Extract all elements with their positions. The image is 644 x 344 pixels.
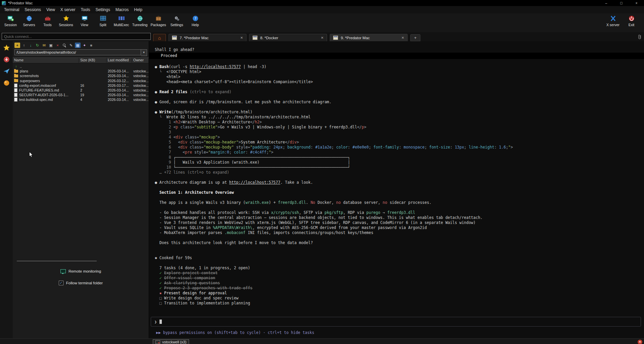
toolbar-label: Tools bbox=[43, 23, 52, 27]
file-name: plans bbox=[20, 69, 28, 73]
session-button[interactable]: Session bbox=[1, 15, 20, 27]
terminal-line: ● Bash(curl -s http://localhost:57577 | … bbox=[149, 64, 644, 69]
home-tab[interactable]: ⌂ bbox=[153, 34, 166, 41]
table-row[interactable]: plans2026-03-14...vstockw... bbox=[13, 69, 149, 73]
multiexec-button[interactable]: MultiExec bbox=[112, 15, 131, 27]
tools-red-icon[interactable] bbox=[3, 56, 10, 63]
column-header-name[interactable]: Name bbox=[13, 58, 79, 63]
terminal-line bbox=[149, 250, 644, 255]
table-row[interactable]: superpowers2026-03-12...vstockw... bbox=[13, 78, 149, 83]
path-bar: ▼ bbox=[14, 49, 147, 56]
follow-folder-checkbox[interactable]: ✓ bbox=[59, 281, 63, 285]
wand-icon[interactable]: ✦ bbox=[82, 43, 87, 48]
download-icon[interactable]: ↓ bbox=[28, 43, 34, 48]
macros-ball-icon[interactable] bbox=[3, 79, 10, 87]
xserver-button[interactable]: X server bbox=[604, 15, 622, 27]
column-header-last-modified[interactable]: Last modified bbox=[106, 58, 132, 63]
session-tab[interactable]: 8. *Docker✕ bbox=[249, 34, 327, 41]
table-row[interactable]: test-buildout-spec.md42026-03-14...vstoc… bbox=[13, 97, 149, 102]
file-table-header: NameSize (KB)Last modifiedOwner bbox=[13, 57, 149, 63]
help-button[interactable]: ?Help bbox=[186, 15, 204, 27]
view-button[interactable]: View bbox=[75, 15, 94, 27]
tunneling-button[interactable]: Tunneling bbox=[131, 15, 149, 27]
terminal-line: - Session Manager is the central abstrac… bbox=[149, 215, 644, 220]
table-row[interactable]: config-export.mobaconf162026-03-17...vst… bbox=[13, 83, 149, 88]
table-row[interactable]: FUTURE-FEATURES.md22026-03-14...vstockw.… bbox=[13, 88, 149, 93]
mail-icon[interactable]: ✉ bbox=[41, 43, 47, 48]
terminal-line bbox=[149, 245, 644, 250]
attach-paperclip-icon[interactable] bbox=[638, 34, 642, 41]
upload-icon[interactable]: ↑ bbox=[21, 43, 27, 48]
menu-help[interactable]: Help bbox=[131, 7, 145, 13]
new-folder-icon[interactable]: + bbox=[14, 43, 20, 48]
terminal-line: Proceed bbox=[149, 53, 644, 59]
help-icon: ? bbox=[192, 15, 199, 22]
copy-icon[interactable]: ▣ bbox=[48, 43, 54, 48]
delete-icon[interactable]: × bbox=[55, 43, 60, 48]
split-icon bbox=[99, 15, 107, 22]
home-icon: ⌂ bbox=[158, 35, 161, 41]
table-row[interactable]: SECURITY-AUDIT-2026-03-1...192026-03-14.… bbox=[13, 93, 149, 97]
quick-connect-input[interactable] bbox=[2, 33, 151, 40]
menu-view[interactable]: View bbox=[44, 7, 58, 13]
file-owner-cell: vstockw... bbox=[132, 98, 149, 102]
minimize-button[interactable]: – bbox=[599, 0, 614, 6]
main-area: +↑↓↻✉▣×✎▦✦■ ▼ NameSize (KB)Last modified… bbox=[0, 41, 644, 338]
terminal-line: ✱ Cooked for 59s bbox=[149, 255, 644, 261]
folder-icon bbox=[14, 79, 18, 82]
close-button[interactable]: × bbox=[629, 0, 644, 6]
menu-macros[interactable]: Macros bbox=[113, 7, 131, 13]
tab-close-icon[interactable]: ✕ bbox=[402, 36, 404, 40]
bottom-close-button[interactable]: ✕ bbox=[638, 340, 642, 344]
refresh-icon[interactable]: ↻ bbox=[35, 43, 40, 48]
packages-button[interactable]: Packages bbox=[149, 15, 168, 27]
remote-monitoring[interactable]: Remote monitoring bbox=[13, 269, 149, 273]
terminal-line: 5 <div class="mockup-header">System Arch… bbox=[149, 140, 644, 145]
table-row[interactable]: ↑.. bbox=[13, 64, 149, 69]
split-button[interactable]: Split bbox=[94, 15, 112, 27]
favorites-star-icon[interactable] bbox=[3, 44, 10, 51]
current-path-input[interactable] bbox=[14, 49, 141, 55]
file-owner-cell: vstockw... bbox=[132, 88, 149, 92]
table-row[interactable]: screenshots2026-03-14...vstockw... bbox=[13, 73, 149, 78]
terminal-line: - Vault uses SQLite in %APPDATA%\Wraith\… bbox=[149, 225, 644, 230]
file-name: SECURITY-AUDIT-2026-03-1... bbox=[19, 93, 68, 97]
menu-tools[interactable]: Tools bbox=[78, 7, 93, 13]
exit-power-button[interactable]: Exit bbox=[622, 15, 641, 27]
tab-close-icon[interactable]: ✕ bbox=[240, 36, 243, 40]
file-name-cell: test-buildout-spec.md bbox=[13, 98, 79, 102]
tools-button[interactable]: Tools bbox=[38, 15, 57, 27]
tab-close-icon[interactable]: ✕ bbox=[321, 36, 324, 40]
servers-button[interactable]: Servers bbox=[20, 15, 38, 27]
menu-terminal[interactable]: Terminal bbox=[1, 7, 22, 13]
multiexec-icon bbox=[118, 15, 125, 22]
terminal-line: - Go backend handles all protocol work: … bbox=[149, 210, 644, 215]
session-tabs: ⌂7. *Predator Mac✕8. *Docker✕9. *Predato… bbox=[153, 34, 420, 41]
send-plane-icon[interactable] bbox=[3, 68, 10, 75]
sessions-star-button[interactable]: Sessions bbox=[57, 15, 75, 27]
session-tab[interactable]: 7. *Predator Mac✕ bbox=[169, 34, 246, 41]
path-dropdown-caret[interactable]: ▼ bbox=[141, 49, 147, 56]
terminal-line bbox=[149, 195, 644, 200]
menu-settings[interactable]: Settings bbox=[93, 7, 113, 13]
maximize-button[interactable]: □ bbox=[614, 0, 629, 6]
follow-terminal-folder[interactable]: ✓ Follow terminal folder bbox=[13, 281, 149, 285]
column-header-size-kb-[interactable]: Size (KB) bbox=[79, 58, 106, 63]
up-folder-icon: ↑ bbox=[14, 65, 18, 68]
terminal-input-box[interactable]: ❯ bbox=[151, 317, 641, 327]
remote-monitoring-label: Remote monitoring bbox=[68, 269, 101, 273]
bottom-session-tab[interactable]: vstockwell (x3) bbox=[153, 339, 189, 344]
menu-sessions[interactable]: Sessions bbox=[22, 7, 44, 13]
session-tab[interactable]: 9. *Predator Mac✕ bbox=[330, 34, 408, 41]
exec-icon[interactable]: ■ bbox=[88, 43, 94, 48]
column-header-owner[interactable]: Owner bbox=[132, 58, 149, 63]
settings-gear-button[interactable]: Settings bbox=[168, 15, 186, 27]
menu-x-server[interactable]: X server bbox=[58, 7, 78, 13]
search-icon[interactable] bbox=[61, 43, 67, 48]
terminal[interactable]: Shall I go ahead?Proceed ● Bash(curl -s … bbox=[149, 41, 644, 338]
terminal-line: Shall I go ahead? bbox=[149, 47, 644, 52]
edit-icon[interactable]: ✎ bbox=[68, 43, 74, 48]
new-tab-button[interactable]: + bbox=[410, 34, 420, 41]
grid-view-icon[interactable]: ▦ bbox=[75, 43, 81, 48]
terminal-line bbox=[149, 205, 644, 210]
